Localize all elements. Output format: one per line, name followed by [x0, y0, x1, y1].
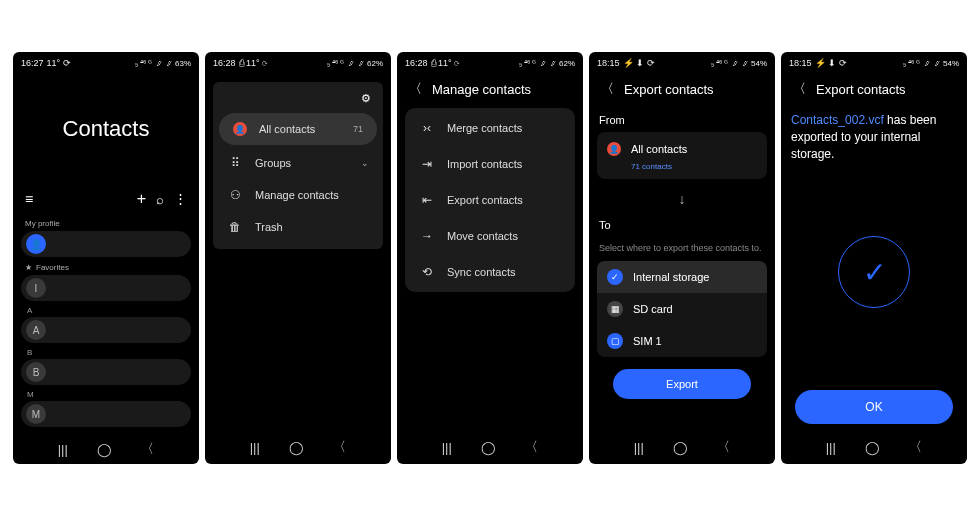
nav-back-icon[interactable]: 〈: [141, 440, 154, 458]
nav-home-icon[interactable]: ◯: [289, 440, 304, 455]
manage-icon: ⚇: [227, 188, 243, 202]
status-right-icons: ₅ ⁴⁶ ᴳ ⫽ ⫽ 62%: [519, 58, 575, 68]
dest-label: SD card: [633, 303, 673, 315]
status-left-icons: 11° ⟳: [47, 58, 71, 68]
back-icon[interactable]: 〈: [601, 80, 614, 98]
menu-label: Export contacts: [447, 194, 523, 206]
page-title: Contacts: [21, 116, 191, 142]
page-title: Manage contacts: [432, 82, 531, 97]
menu-label: Sync contacts: [447, 266, 515, 278]
from-label: From: [597, 108, 767, 132]
dest-internal[interactable]: ✓ Internal storage: [597, 261, 767, 293]
status-left-icons: ⚡ ⬇ ⟳: [623, 58, 655, 68]
screen-drawer: 16:28 ⎙ 11° ⟳ ₅ ⁴⁶ ᴳ ⫽ ⫽ 62% ⚙ 👤 All con…: [205, 52, 391, 464]
nav-recents-icon[interactable]: |||: [826, 440, 836, 455]
nav-bar: ||| ◯ 〈: [13, 430, 199, 464]
letter-divider: B: [21, 346, 191, 359]
status-left-icons: ⎙ 11° ⟳: [239, 58, 268, 68]
nav-back-icon[interactable]: 〈: [717, 438, 730, 456]
arrow-down-icon: ↓: [597, 185, 767, 213]
drawer-trash[interactable]: 🗑 Trash: [213, 211, 383, 243]
avatar: A: [26, 320, 46, 340]
nav-recents-icon[interactable]: |||: [58, 442, 68, 457]
more-icon[interactable]: ⋮: [174, 197, 187, 201]
menu-label: Merge contacts: [447, 122, 522, 134]
settings-icon[interactable]: ⚙: [361, 92, 371, 105]
contact-row[interactable]: B: [21, 359, 191, 385]
my-profile-row[interactable]: 👤: [21, 231, 191, 257]
status-bar: 18:15 ⚡ ⬇ ⟳ ₅ ⁴⁶ ᴳ ⫽ ⫽ 54%: [781, 52, 967, 72]
nav-home-icon[interactable]: ◯: [481, 440, 496, 455]
from-selector[interactable]: 👤 All contacts 71 contacts: [597, 132, 767, 179]
page-title: Export contacts: [624, 82, 714, 97]
menu-label: Import contacts: [447, 158, 522, 170]
drawer-all-contacts[interactable]: 👤 All contacts 71: [219, 113, 377, 145]
nav-bar: ||| ◯ 〈: [205, 428, 391, 464]
drawer-manage[interactable]: ⚇ Manage contacts: [213, 179, 383, 211]
letter-divider: M: [21, 388, 191, 401]
nav-bar: ||| ◯ 〈: [589, 428, 775, 464]
favorite-row[interactable]: I: [21, 275, 191, 301]
nav-back-icon[interactable]: 〈: [909, 438, 922, 456]
back-icon[interactable]: 〈: [793, 80, 806, 98]
dest-sim[interactable]: ▢ SIM 1: [597, 325, 767, 357]
status-right-icons: ₅ ⁴⁶ ᴳ ⫽ ⫽ 54%: [711, 58, 767, 68]
nav-recents-icon[interactable]: |||: [250, 440, 260, 455]
nav-recents-icon[interactable]: |||: [634, 440, 644, 455]
export-contacts[interactable]: ⇤ Export contacts: [405, 182, 575, 218]
drawer-groups[interactable]: ⠿ Groups ⌄: [213, 147, 383, 179]
menu-label: Groups: [255, 157, 291, 169]
nav-back-icon[interactable]: 〈: [525, 438, 538, 456]
search-icon[interactable]: ⌕: [156, 192, 164, 207]
side-drawer: ⚙ 👤 All contacts 71 ⠿ Groups ⌄ ⚇ Manage …: [213, 82, 383, 249]
status-time: 18:15: [597, 58, 620, 68]
menu-label: Manage contacts: [255, 189, 339, 201]
status-bar: 16:27 11° ⟳ ₅ ⁴⁶ ᴳ ⫽ ⫽ 63%: [13, 52, 199, 72]
move-contacts[interactable]: → Move contacts: [405, 218, 575, 254]
from-name: All contacts: [631, 143, 687, 155]
nav-recents-icon[interactable]: |||: [442, 440, 452, 455]
status-right-icons: ₅ ⁴⁶ ᴳ ⫽ ⫽ 63%: [135, 58, 191, 68]
from-count: 71 contacts: [607, 158, 757, 171]
contact-row[interactable]: M: [21, 401, 191, 427]
screen-manage-contacts: 16:28 ⎙ 11° ⟳ ₅ ⁴⁶ ᴳ ⫽ ⫽ 62% 〈 Manage co…: [397, 52, 583, 464]
menu-label: Move contacts: [447, 230, 518, 242]
contact-row[interactable]: A: [21, 317, 191, 343]
hamburger-icon[interactable]: ≡: [25, 191, 33, 207]
sd-icon: ▦: [607, 301, 623, 317]
add-contact-icon[interactable]: +: [137, 190, 146, 208]
nav-back-icon[interactable]: 〈: [333, 438, 346, 456]
status-right-icons: ₅ ⁴⁶ ᴳ ⫽ ⫽ 54%: [903, 58, 959, 68]
check-icon: ✓: [607, 269, 623, 285]
count-badge: 71: [353, 124, 363, 134]
letter-divider: A: [21, 304, 191, 317]
dest-label: Internal storage: [633, 271, 709, 283]
avatar: B: [26, 362, 46, 382]
status-time: 16:28: [405, 58, 428, 68]
screen-export-contacts: 18:15 ⚡ ⬇ ⟳ ₅ ⁴⁶ ᴳ ⫽ ⫽ 54% 〈 Export cont…: [589, 52, 775, 464]
success-check-icon: ✓: [838, 236, 910, 308]
ok-button[interactable]: OK: [795, 390, 953, 424]
import-contacts[interactable]: ⇥ Import contacts: [405, 146, 575, 182]
move-icon: →: [419, 229, 435, 243]
avatar: M: [26, 404, 46, 424]
trash-icon: 🗑: [227, 220, 243, 234]
nav-home-icon[interactable]: ◯: [673, 440, 688, 455]
export-button[interactable]: Export: [613, 369, 751, 399]
back-icon[interactable]: 〈: [409, 80, 422, 98]
nav-home-icon[interactable]: ◯: [97, 442, 112, 457]
status-right-icons: ₅ ⁴⁶ ᴳ ⫽ ⫽ 62%: [327, 58, 383, 68]
nav-home-icon[interactable]: ◯: [865, 440, 880, 455]
dest-sd[interactable]: ▦ SD card: [597, 293, 767, 325]
merge-contacts[interactable]: ›‹ Merge contacts: [405, 110, 575, 146]
status-time: 16:27: [21, 58, 44, 68]
section-my-profile: My profile: [21, 216, 191, 231]
sync-contacts[interactable]: ⟲ Sync contacts: [405, 254, 575, 290]
status-bar: 18:15 ⚡ ⬇ ⟳ ₅ ⁴⁶ ᴳ ⫽ ⫽ 54%: [589, 52, 775, 72]
screen-export-done: 18:15 ⚡ ⬇ ⟳ ₅ ⁴⁶ ᴳ ⫽ ⫽ 54% 〈 Export cont…: [781, 52, 967, 464]
status-time: 18:15: [789, 58, 812, 68]
person-icon: 👤: [233, 122, 247, 136]
groups-icon: ⠿: [227, 156, 243, 170]
status-bar: 16:28 ⎙ 11° ⟳ ₅ ⁴⁶ ᴳ ⫽ ⫽ 62%: [397, 52, 583, 72]
menu-label: Trash: [255, 221, 283, 233]
